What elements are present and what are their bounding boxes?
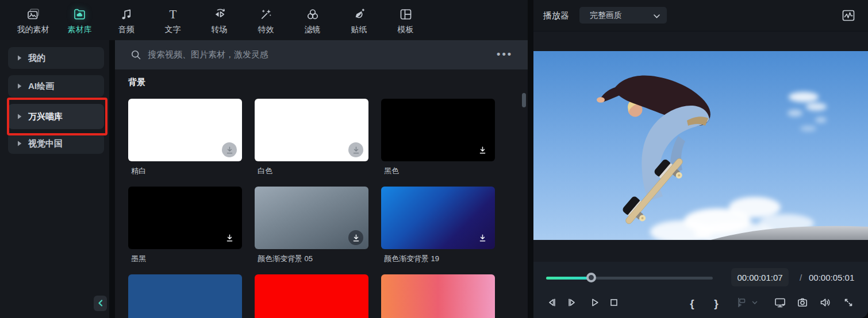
chevron-down-button [748,297,762,311]
sidebar: 我的 AI绘画 万兴喵库 视觉中国 [0,40,109,318]
filters-icon [305,6,320,23]
sidebar-collapse-button[interactable] [94,296,107,311]
tab-label: 我的素材 [17,25,49,35]
sidebar-item-2[interactable]: AI绘画 [8,75,104,97]
search-input[interactable]: 搜索视频、图片素材，激发灵感 [148,49,268,60]
quality-dropdown[interactable]: 完整画质 [579,7,667,24]
audio-icon [119,6,134,23]
player-title: 播放器 [543,10,569,21]
tab-filters[interactable]: 滤镜 [289,0,336,40]
chevron-right-icon [17,83,22,90]
tab-label: 素材库 [68,25,92,35]
background-card[interactable] [381,187,495,249]
chevron-right-icon [17,140,22,147]
card-label: 白色 [258,166,272,176]
tab-text[interactable]: T 文字 [149,0,196,40]
card-label: 精白 [131,166,146,176]
download-icon[interactable] [475,142,490,157]
tab-library[interactable]: 素材库 [56,0,103,40]
player-header: 播放器 完整画质 [533,0,868,32]
current-timecode[interactable]: 00:00:01:07 [731,268,789,286]
stickers-icon [352,6,367,23]
timecode-separator: / [800,273,802,282]
mark-out-button[interactable]: } [709,297,723,311]
sidebar-item-1[interactable]: 我的 [8,47,104,69]
card-label: 黑色 [384,166,399,176]
render-scope-icon[interactable] [841,8,856,23]
sidebar-item-label: AI绘画 [28,81,54,92]
search-bar[interactable]: 搜索视频、图片素材，激发灵感 ••• [115,40,528,69]
prev-frame-button[interactable] [545,297,559,311]
download-icon[interactable] [222,230,237,245]
sidebar-item-3[interactable]: 万兴喵库 [8,104,104,129]
download-icon[interactable] [222,142,237,157]
tab-transition[interactable]: 转场 [196,0,243,40]
transition-icon [212,6,227,23]
card-label: 颜色渐变背景 05 [258,254,313,264]
tab-audio[interactable]: 音频 [103,0,149,40]
screen-icon [773,296,788,312]
search-icon [131,50,141,60]
tab-my-media[interactable]: 我的素材 [10,0,56,40]
download-icon[interactable] [348,142,363,157]
vertical-scrollbar[interactable] [522,93,526,107]
templates-icon [398,6,413,23]
tab-stickers[interactable]: 贴纸 [336,0,382,40]
library-content: 背景 精白白色黑色墨黑颜色渐变背景 05颜色渐变背景 19 [115,69,528,318]
volume-icon [818,296,832,312]
tab-label: 特效 [258,25,274,35]
player-panel: 播放器 完整画质 [533,0,868,318]
background-card[interactable] [128,274,242,318]
snapshot-button[interactable] [796,297,809,311]
fullscreen-icon [842,296,855,312]
video-preview[interactable] [533,51,868,240]
tab-label: 文字 [165,25,181,35]
seek-progress [546,277,591,280]
chevron-down-icon [750,298,759,309]
total-timecode: 00:00:05:01 [809,273,854,282]
stop-button[interactable] [607,297,621,311]
chevron-down-icon [654,11,660,20]
card-label: 颜色渐变背景 19 [384,254,439,264]
background-card[interactable] [128,187,242,249]
top-toolbar: 我的素材 素材库 音频T 文字 转场 特效 滤镜 贴纸 模板 [0,0,528,40]
more-options-button[interactable]: ••• [497,48,513,60]
play-icon [587,296,601,312]
library-icon [72,6,87,23]
mark-in-button[interactable]: { [685,297,699,311]
screen-button[interactable] [773,297,787,311]
svg-text:T: T [169,7,176,21]
background-card[interactable] [128,99,242,161]
background-card[interactable] [255,187,368,249]
marker-icon [733,296,747,312]
sidebar-item-label: 我的 [28,53,45,64]
snapshot-icon [796,296,809,312]
card-label: 墨黑 [131,254,146,264]
seek-thumb[interactable] [586,273,596,282]
stop-icon [607,296,621,312]
chevron-right-icon [17,55,22,61]
download-icon[interactable] [475,230,490,245]
sidebar-item-4[interactable]: 视觉中国 [8,133,104,154]
seek-slider[interactable] [546,277,713,280]
background-card[interactable] [381,274,495,318]
fullscreen-button[interactable] [842,297,855,311]
player-controls: 00:00:01:07 / 00:00:05:01 {} [533,262,868,318]
tab-effects[interactable]: 特效 [243,0,289,40]
chevron-left-icon [97,298,104,309]
sidebar-item-label: 视觉中国 [28,138,63,149]
next-frame-button[interactable] [565,297,579,311]
tab-templates[interactable]: 模板 [382,0,429,40]
tab-label: 贴纸 [351,25,367,35]
prev-frame-icon [545,296,559,312]
mark-out-icon: } [714,297,718,310]
download-icon[interactable] [348,230,363,245]
background-card[interactable] [255,99,368,161]
tab-label: 模板 [398,25,414,35]
text-icon: T [166,6,180,23]
volume-button[interactable] [818,297,832,311]
background-card[interactable] [255,274,368,318]
mark-in-icon: { [690,297,694,310]
background-card[interactable] [381,99,495,161]
play-button[interactable] [587,297,601,311]
